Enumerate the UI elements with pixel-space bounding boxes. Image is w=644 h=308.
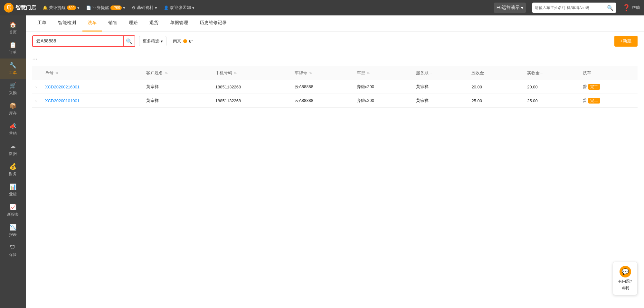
sidebar-label-采购: 采购 <box>9 90 17 96</box>
content-area: 工单智能检测洗车销售理赔退货单据管理历史维修记录 🔍 更多筛选 ▾ 南京 6° … <box>26 15 644 308</box>
row-car-model-1: 奔驰c200 <box>354 94 413 108</box>
sidebar-icon-库存: 📦 <box>9 102 16 109</box>
welcome-label: 欢迎张孟娜 <box>170 5 191 11</box>
row-advisor-1: 黄宗祥 <box>413 94 469 108</box>
row-plate-0: 云A88888 <box>291 80 354 94</box>
row-order-no-0[interactable]: XCD20200216001 <box>42 80 143 94</box>
new-order-button[interactable]: +新建 <box>614 36 638 47</box>
top-nav: 店 智慧门店 🔔 关怀提醒 699 ▾ 📄 业务提醒 1755 ▾ ⚙ 基础资料… <box>0 0 644 15</box>
row-expand-1[interactable]: › <box>32 94 42 108</box>
th-plate[interactable]: 车牌号 ⇅ <box>291 66 354 80</box>
row-customer-1: 黄宗祥 <box>143 94 212 108</box>
row-phone-1: 18851132268 <box>212 94 291 108</box>
care-nav-item[interactable]: 🔔 关怀提醒 699 ▾ <box>43 5 80 11</box>
user-icon: 👤 <box>164 5 169 10</box>
main-layout: 🏠首页📋订单🔧工单🛒采购📦库存📣营销☁数据💰财务📊业绩📈新报表📉报表🛡保险 工单… <box>0 15 644 308</box>
basic-data-nav-item[interactable]: ⚙ 基础资料 ▾ <box>132 5 157 11</box>
th-advisor: 服务顾... <box>413 66 469 80</box>
sidebar-item-工单[interactable]: 🔧工单 <box>0 59 26 79</box>
row-expand-0[interactable]: › <box>32 80 42 94</box>
search-icon: 🔍 <box>126 38 132 44</box>
status-badge-1: 完工 <box>588 98 600 104</box>
sidebar-icon-订单: 📋 <box>9 41 16 49</box>
tab-历史维修记录[interactable]: 历史维修记录 <box>194 15 232 32</box>
row-wash-0: 普 完工 <box>580 80 638 94</box>
sidebar-item-新报表[interactable]: 📈新报表 <box>0 200 26 221</box>
operation-area[interactable]: F6运营演示 ▾ <box>494 3 526 13</box>
sidebar-item-首页[interactable]: 🏠首页 <box>0 18 26 38</box>
tab-单据管理[interactable]: 单据管理 <box>165 15 193 32</box>
business-nav-item[interactable]: 📄 业务提醒 1755 ▾ <box>86 5 125 11</box>
sidebar-label-首页: 首页 <box>9 30 17 35</box>
logo[interactable]: 店 智慧门店 <box>4 3 36 13</box>
orders-table: 单号 ⇅ 客户姓名 ⇅ 手机号码 ⇅ 车牌号 ⇅ 车型 ⇅ 服务顾... 应收金… <box>32 66 638 108</box>
tab-智能检测[interactable]: 智能检测 <box>53 15 81 32</box>
tab-理赔[interactable]: 理赔 <box>124 15 143 32</box>
tab-销售[interactable]: 销售 <box>103 15 122 32</box>
operation-label: F6运营演示 <box>497 5 520 11</box>
operation-dropdown-icon: ▾ <box>521 5 523 10</box>
row-actual-1: 25.00 <box>524 94 580 108</box>
sidebar-label-保险: 保险 <box>9 252 17 258</box>
basic-data-dropdown-icon: ▾ <box>155 5 157 10</box>
help-icon: ❓ <box>622 4 630 12</box>
gear-icon: ⚙ <box>132 5 136 10</box>
help-button[interactable]: ❓ 帮助 <box>622 4 640 12</box>
weather-icon <box>183 39 187 43</box>
sidebar-item-营销[interactable]: 📣营销 <box>0 119 26 140</box>
table-row: › XCD20200101001 黄宗祥 18851132268 云A88888… <box>32 94 638 108</box>
weather-city: 南京 <box>173 38 181 44</box>
logo-icon: 店 <box>4 3 14 13</box>
tab-bar: 工单智能检测洗车销售理赔退货单据管理历史维修记录 <box>26 15 644 32</box>
sidebar-item-采购[interactable]: 🛒采购 <box>0 79 26 99</box>
sidebar-item-业绩[interactable]: 📊业绩 <box>0 180 26 200</box>
th-car-model[interactable]: 车型 ⇅ <box>354 66 413 80</box>
row-car-model-0: 奔驰c200 <box>354 80 413 94</box>
business-dropdown-icon: ▾ <box>123 5 125 10</box>
sidebar-icon-新报表: 📈 <box>9 204 16 211</box>
float-help-button[interactable]: 💬 有问题? 点我 <box>613 262 638 295</box>
sidebar-label-订单: 订单 <box>9 50 17 55</box>
global-search-input[interactable] <box>535 5 607 10</box>
global-search-icon[interactable]: 🔍 <box>607 5 613 11</box>
row-actual-0: 20.00 <box>524 80 580 94</box>
tab-工单[interactable]: 工单 <box>32 15 52 32</box>
sidebar-icon-业绩: 📊 <box>9 183 16 190</box>
sort-icon-car: ⇅ <box>367 71 370 75</box>
sidebar-icon-保险: 🛡 <box>10 244 16 251</box>
sidebar-icon-数据: ☁ <box>10 143 16 150</box>
sidebar-item-报表[interactable]: 📉报表 <box>0 221 26 241</box>
care-badge: 699 <box>67 5 76 10</box>
sidebar-item-库存[interactable]: 📦库存 <box>0 99 26 119</box>
table-header-row: 单号 ⇅ 客户姓名 ⇅ 手机号码 ⇅ 车牌号 ⇅ 车型 ⇅ 服务顾... 应收金… <box>32 66 638 80</box>
global-search[interactable]: 🔍 <box>532 3 616 13</box>
plate-search-box[interactable]: 🔍 <box>32 35 135 47</box>
row-plate-1: 云A88888 <box>291 94 354 108</box>
more-filter-chevron-icon: ▾ <box>161 39 163 44</box>
th-expand <box>32 66 42 80</box>
th-phone[interactable]: 手机号码 ⇅ <box>212 66 291 80</box>
th-order-no[interactable]: 单号 ⇅ <box>42 66 143 80</box>
sidebar-label-业绩: 业绩 <box>9 192 17 197</box>
more-filter-button[interactable]: 更多筛选 ▾ <box>139 36 166 46</box>
float-help-icon: 💬 <box>620 266 631 277</box>
new-btn-label: +新建 <box>620 38 632 43</box>
tab-退货[interactable]: 退货 <box>144 15 164 32</box>
th-receivable: 应收金... <box>468 66 524 80</box>
sidebar-item-财务[interactable]: 💰财务 <box>0 160 26 180</box>
sidebar-label-数据: 数据 <box>9 151 17 157</box>
welcome-nav-item[interactable]: 👤 欢迎张孟娜 ▾ <box>164 5 194 11</box>
dots-menu[interactable]: ··· <box>32 51 638 66</box>
row-order-no-1[interactable]: XCD20200101001 <box>42 94 143 108</box>
tab-洗车[interactable]: 洗车 <box>82 15 102 32</box>
sidebar-item-保险[interactable]: 🛡保险 <box>0 241 26 261</box>
plate-search-input[interactable] <box>33 36 123 46</box>
sidebar-item-数据[interactable]: ☁数据 <box>0 140 26 160</box>
th-wash: 洗车 <box>580 66 638 80</box>
th-customer[interactable]: 客户姓名 ⇅ <box>143 66 212 80</box>
more-filter-label: 更多筛选 <box>143 38 159 44</box>
plate-search-button[interactable]: 🔍 <box>123 35 135 47</box>
sidebar-item-订单[interactable]: 📋订单 <box>0 38 26 59</box>
sidebar-icon-工单: 🔧 <box>9 62 16 69</box>
doc-icon: 📄 <box>86 5 91 10</box>
